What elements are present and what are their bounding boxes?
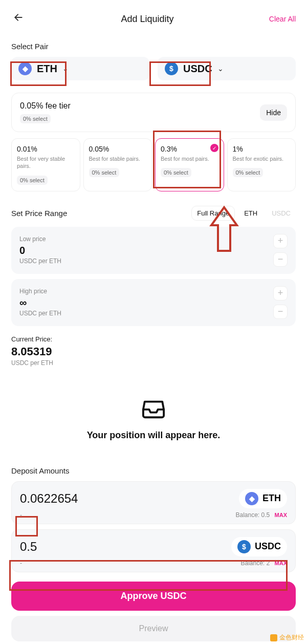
tier-desc: Best for very stable pairs. — [17, 155, 75, 170]
low-price-minus[interactable]: − — [273, 252, 288, 267]
tier-desc: Best for most pairs. — [161, 155, 218, 162]
low-price-unit: USDC per ETH — [19, 257, 61, 265]
full-range-button[interactable]: Full Range — [191, 206, 235, 221]
fee-tier-summary: 0.05% fee tier 0% select Hide — [11, 93, 296, 132]
chevron-down-icon: ⌄ — [62, 65, 69, 73]
tier-desc: Best for exotic pairs. — [233, 155, 291, 162]
low-price-card: Low price 0 USDC per ETH + − — [11, 227, 296, 274]
fee-tier-option-005[interactable]: 0.05% Best for stable pairs. 0% select — [83, 138, 152, 191]
base-token-b-toggle[interactable]: USDC — [267, 206, 296, 220]
deposit-amounts-label: Deposit Amounts — [11, 466, 296, 475]
tier-select-badge: 0% select — [161, 168, 191, 177]
preview-button[interactable]: Preview — [11, 616, 296, 641]
check-icon: ✓ — [210, 144, 218, 152]
current-price-unit: USDC per ETH — [11, 359, 296, 367]
approve-button[interactable]: Approve USDC — [11, 582, 296, 611]
deposit-b-card: 0.5 $ USDC - Balance: 2 MAX — [11, 529, 296, 572]
token-b-symbol: USDC — [183, 63, 212, 75]
chevron-down-icon: ⌄ — [217, 65, 224, 73]
low-price-plus[interactable]: + — [273, 234, 288, 248]
tier-pct: 1% — [233, 145, 291, 153]
high-price-unit: USDC per ETH — [19, 310, 61, 317]
deposit-b-sub: - — [20, 560, 22, 567]
clear-all-link[interactable]: Clear All — [269, 15, 296, 23]
page-title: Add Liquidity — [121, 14, 173, 25]
tier-pct: 0.3% — [161, 145, 218, 153]
low-price-label: Low price — [19, 235, 61, 243]
deposit-a-sub: - — [20, 511, 22, 519]
high-price-minus[interactable]: − — [273, 305, 288, 319]
deposit-a-symbol: ETH — [262, 493, 281, 504]
price-range-label: Set Price Range — [11, 209, 67, 218]
fee-tier-option-03[interactable]: ✓ 0.3% Best for most pairs. 0% select — [155, 138, 224, 191]
token-a-selector[interactable]: ◆ ETH ⌄ — [11, 57, 149, 80]
watermark: 金色财经 — [270, 633, 304, 642]
back-icon[interactable] — [11, 10, 26, 28]
deposit-b-token[interactable]: $ USDC — [231, 537, 287, 556]
high-price-label: High price — [19, 288, 61, 295]
hide-button[interactable]: Hide — [260, 104, 287, 121]
usdc-icon: $ — [237, 540, 251, 553]
base-token-a-toggle[interactable]: ETH — [239, 206, 262, 220]
position-empty-message: Your position will appear here. — [11, 430, 296, 441]
fee-select-badge: 0% select — [20, 114, 51, 123]
high-price-value[interactable]: ∞ — [19, 297, 61, 309]
deposit-a-balance: Balance: 0.5 — [235, 511, 270, 519]
deposit-b-balance: Balance: 2 — [240, 560, 270, 567]
high-price-card: High price ∞ USDC per ETH + − — [11, 279, 296, 326]
position-empty-state: Your position will appear here. — [11, 381, 296, 466]
tier-select-badge: 0% select — [17, 176, 48, 185]
fee-tier-option-001[interactable]: 0.01% Best for very stable pairs. 0% sel… — [11, 138, 80, 191]
tier-desc: Best for stable pairs. — [89, 155, 147, 162]
eth-icon: ◆ — [245, 492, 258, 505]
current-price-label: Current Price: — [11, 335, 296, 343]
token-a-symbol: ETH — [37, 63, 57, 75]
token-b-selector[interactable]: $ USDC ⌄ — [158, 57, 296, 80]
deposit-a-max[interactable]: MAX — [275, 512, 287, 518]
tier-pct: 0.05% — [89, 145, 147, 153]
fee-tier-text: 0.05% fee tier — [20, 101, 71, 111]
current-price-value: 8.05319 — [11, 345, 296, 358]
current-price-block: Current Price: 8.05319 USDC per ETH — [11, 335, 296, 367]
deposit-b-input[interactable]: 0.5 — [20, 540, 37, 554]
deposit-b-max[interactable]: MAX — [275, 560, 287, 566]
high-price-plus[interactable]: + — [273, 286, 288, 300]
inbox-icon — [142, 398, 165, 419]
tier-select-badge: 0% select — [89, 168, 120, 177]
select-pair-label: Select Pair — [11, 42, 296, 51]
deposit-a-token[interactable]: ◆ ETH — [239, 489, 287, 508]
tier-select-badge: 0% select — [233, 168, 264, 177]
header: Add Liquidity Clear All — [11, 10, 296, 28]
low-price-value[interactable]: 0 — [19, 245, 61, 256]
deposit-a-input[interactable]: 0.0622654 — [20, 491, 78, 506]
deposit-b-symbol: USDC — [255, 541, 281, 552]
deposit-a-card: 0.0622654 ◆ ETH - Balance: 0.5 MAX — [11, 481, 296, 524]
fee-tier-option-1[interactable]: 1% Best for exotic pairs. 0% select — [227, 138, 296, 191]
usdc-icon: $ — [165, 62, 178, 75]
eth-icon: ◆ — [18, 62, 32, 75]
tier-pct: 0.01% — [17, 145, 75, 153]
